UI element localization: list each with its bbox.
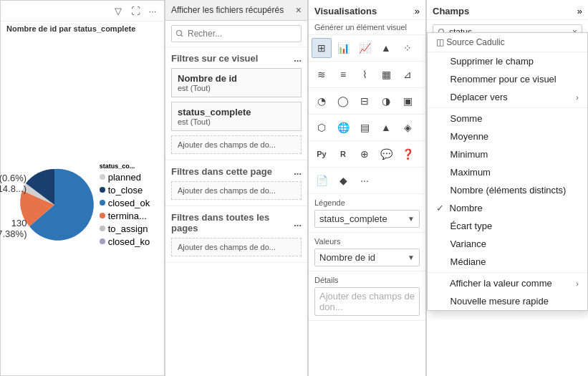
viz-valeurs-label: Valeurs <box>314 237 420 246</box>
filters-panel: Afficher les fichiers récupérés × Filtre… <box>165 0 308 376</box>
menu-item-label-ecart: Écart type <box>436 221 492 231</box>
chart-content: 25 (0.6%) (14.8...) 130 (77.38%) <box>1 36 164 375</box>
filters-sur-visuel-title: Filtres sur ce visuel <box>171 53 258 64</box>
viz-icon-card[interactable]: ▣ <box>397 91 418 111</box>
filters-sur-visuel-header: Filtres sur ce visuel ... <box>171 53 302 64</box>
viz-icon-table[interactable]: ⊞ <box>312 38 332 58</box>
more-icon[interactable]: ··· <box>145 4 160 18</box>
filter-block-status-title: status_complete <box>178 107 295 117</box>
filter-icon[interactable]: ▽ <box>111 4 125 18</box>
filters-all-pages: Filtres dans toutes les pages ... Ajoute… <box>165 206 307 263</box>
viz-icon-r[interactable]: R <box>333 144 353 164</box>
viz-icon-shape[interactable]: ◆ <box>333 170 353 191</box>
filter-block-status[interactable]: status_complete est (Tout) <box>171 102 302 131</box>
viz-header: Visualisations » <box>309 0 425 20</box>
menu-item-deplacer[interactable]: Déplacer vers › <box>428 88 587 106</box>
menu-item-minimum[interactable]: Minimum <box>428 145 587 163</box>
legend-item-to-close: to_close <box>100 185 150 196</box>
viz-icon-gauge[interactable]: ◑ <box>376 91 396 111</box>
viz-icon-decomp[interactable]: ⊕ <box>355 144 375 164</box>
chart-label-4: (77.38%) <box>0 228 26 239</box>
menu-item-mesure[interactable]: Nouvelle mesure rapide <box>428 292 587 310</box>
filters-page: Filtres dans cette page ... Ajouter des … <box>165 160 307 206</box>
viz-details-section: Détails Ajouter des champs de don... <box>309 271 425 321</box>
viz-details-label: Détails <box>314 276 420 284</box>
viz-icon-shapeMap[interactable]: ▲ <box>376 117 396 138</box>
menu-item-label-moyenne: Moyenne <box>436 131 488 142</box>
menu-item-ecart[interactable]: Écart type <box>428 217 587 235</box>
fields-expand-icon[interactable]: » <box>577 6 582 16</box>
legend-item-planned: planned <box>100 172 150 183</box>
filters-page-more[interactable]: ... <box>294 166 302 177</box>
menu-item-label-variance: Variance <box>436 238 486 249</box>
filters-all-pages-header: Filtres dans toutes les pages ... <box>171 212 302 233</box>
menu-item-label-mediane: Médiane <box>436 256 486 267</box>
menu-item-afficher[interactable]: Afficher la valeur comme › <box>428 274 587 292</box>
viz-icon-combo[interactable]: ≋ <box>312 64 332 85</box>
fields-title: Champs <box>433 6 469 16</box>
viz-icon-python[interactable]: Py <box>312 144 332 164</box>
viz-icon-azure[interactable]: ◈ <box>397 117 418 138</box>
filter-add-page[interactable]: Ajouter des champs de do... <box>171 181 302 200</box>
viz-title: Visualisations <box>314 6 377 16</box>
filter-block-nombre-id-title: Nombre de id <box>178 73 295 84</box>
viz-valeurs-arrow: ▼ <box>408 254 415 261</box>
viz-icon-paginated[interactable]: 📄 <box>312 170 332 191</box>
menu-item-moyenne[interactable]: Moyenne <box>428 127 587 145</box>
viz-icon-area[interactable]: ▲ <box>376 38 396 58</box>
filter-add-visuel[interactable]: Ajouter des champs de do... <box>171 135 302 154</box>
viz-icon-pie[interactable]: ◔ <box>312 91 332 111</box>
viz-icon-treemap[interactable]: ⊟ <box>355 91 375 111</box>
viz-icon-waterfall[interactable]: ≡ <box>333 64 353 85</box>
viz-expand-icon[interactable]: » <box>415 6 420 16</box>
menu-item-variance[interactable]: Variance <box>428 235 587 253</box>
legend-item-to-assign: to_assign <box>100 223 150 234</box>
viz-panel: Visualisations » Générer un élément visu… <box>308 0 426 376</box>
viz-icon-funnel[interactable]: ⊿ <box>397 64 418 85</box>
chart-toolbar: ▽ ⛶ ··· <box>1 1 164 21</box>
menu-item-somme[interactable]: Somme <box>428 110 587 127</box>
filters-sur-visuel-more[interactable]: ... <box>294 53 302 64</box>
viz-icon-cluster[interactable]: ▦ <box>376 64 396 85</box>
viz-icons-row5: Py R ⊕ 💬 ❓ <box>309 141 425 168</box>
menu-item-renommer[interactable]: Renommer pour ce visuel <box>428 70 587 88</box>
viz-icon-bar[interactable]: 📊 <box>333 38 353 58</box>
menu-item-mediane[interactable]: Médiane <box>428 253 587 271</box>
viz-icon-map[interactable]: ⬡ <box>312 117 332 138</box>
menu-item-nombre[interactable]: ✓ Nombre <box>428 199 587 217</box>
menu-item-arrow: › <box>576 93 579 102</box>
filters-all-pages-more[interactable]: ... <box>294 218 302 228</box>
viz-icons-row6: 📄 ◆ ··· <box>309 168 425 194</box>
context-menu: ◫ Source Cadulic Supprimer le champ Reno… <box>427 32 588 311</box>
context-menu-items: Supprimer le champ Renommer pour ce visu… <box>428 52 587 310</box>
viz-icon-more[interactable]: ··· <box>355 170 375 191</box>
viz-legende-dropdown[interactable]: status_complete ▼ <box>314 210 420 228</box>
menu-item-label-somme: Somme <box>436 113 482 124</box>
menu-item-maximum[interactable]: Maximum <box>428 163 587 181</box>
recovered-bar-close[interactable]: × <box>296 4 302 16</box>
viz-icon-donut[interactable]: ◯ <box>333 91 353 111</box>
menu-divider-3 <box>428 107 587 108</box>
viz-icon-ribbon[interactable]: ⌇ <box>355 64 375 85</box>
viz-icon-line[interactable]: 📈 <box>355 38 375 58</box>
filter-block-nombre-id[interactable]: Nombre de id est (Tout) <box>171 68 302 97</box>
legend-item-closed-ko: closed_ko <box>100 236 150 247</box>
viz-icon-qna[interactable]: ❓ <box>397 144 418 164</box>
filter-add-all-pages[interactable]: Ajouter des champs de do... <box>171 238 302 256</box>
focus-icon[interactable]: ⛶ <box>128 4 143 18</box>
filters-sur-visuel: Filtres sur ce visuel ... Nombre de id e… <box>165 47 307 160</box>
viz-icon-scatter[interactable]: ⁘ <box>397 38 418 58</box>
viz-valeurs-dropdown[interactable]: Nombre de id ▼ <box>314 249 420 266</box>
viz-legende-arrow: ▼ <box>408 215 415 223</box>
viz-valeurs-section: Valeurs Nombre de id ▼ <box>309 233 425 271</box>
viz-icon-filled-map[interactable]: ▤ <box>355 117 375 138</box>
viz-generate-label: Générer un élément visuel <box>309 20 425 35</box>
viz-details-dropdown[interactable]: Ajouter des champs de don... <box>314 287 420 316</box>
filter-search-input[interactable] <box>171 25 302 42</box>
viz-icon-narrate[interactable]: 💬 <box>376 144 396 164</box>
menu-item-distincts[interactable]: Nombre (éléments distincts) <box>428 181 587 199</box>
fields-panel: Champs » × ◫ Source Cadulic Supprimer le… <box>426 0 588 376</box>
viz-icon-globe[interactable]: 🌐 <box>333 117 353 138</box>
viz-legende-label: Légende <box>314 198 420 207</box>
menu-item-supprimer[interactable]: Supprimer le champ <box>428 52 587 70</box>
